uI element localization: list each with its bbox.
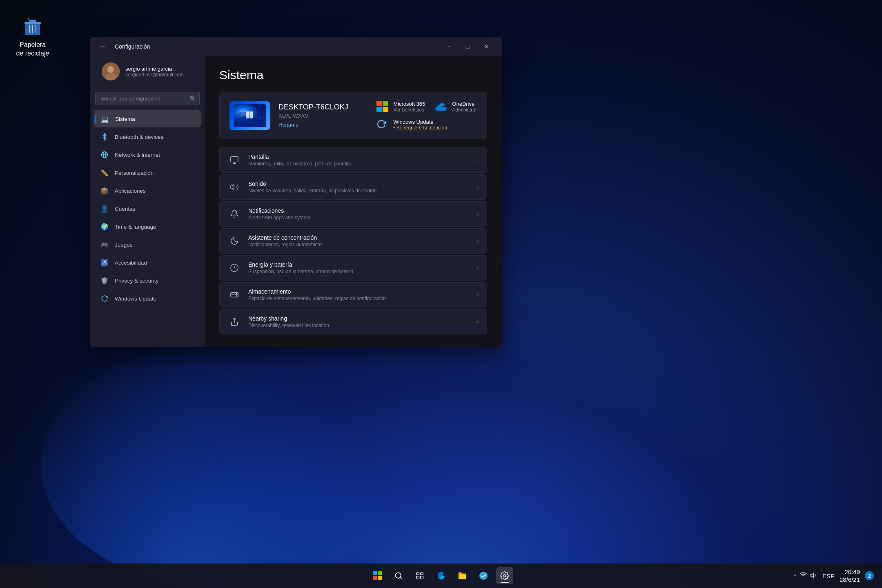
- telegram-button[interactable]: [475, 567, 492, 584]
- edge-button[interactable]: [432, 567, 450, 584]
- computer-name: DESKTOP-T6CLOKJ: [278, 103, 368, 111]
- svg-rect-41: [416, 576, 419, 579]
- notificaciones-chevron: ›: [477, 211, 479, 217]
- pantalla-desc: Monitores, brillo, luz nocturna, perfil …: [248, 161, 469, 167]
- settings-item-almacenamiento[interactable]: Almacenamiento Espacio de almacenamiento…: [219, 282, 487, 307]
- svg-rect-39: [416, 573, 419, 575]
- close-button[interactable]: ✕: [477, 40, 495, 53]
- notification-badge[interactable]: 2: [865, 571, 874, 580]
- svg-rect-34: [378, 571, 382, 575]
- privacy-icon: 🛡️: [100, 276, 109, 285]
- svg-rect-36: [378, 576, 382, 580]
- update-label: Windows Update: [115, 296, 156, 302]
- accesibilidad-icon: ♿: [100, 258, 109, 267]
- nearby-icon: [228, 315, 241, 328]
- svg-rect-43: [459, 575, 466, 579]
- svg-rect-19: [376, 107, 382, 112]
- settings-item-pantalla[interactable]: Pantalla Monitores, brillo, luz nocturna…: [219, 147, 487, 173]
- juegos-icon: 🎮: [100, 240, 109, 249]
- svg-rect-16: [249, 115, 253, 118]
- asistente-icon: [228, 234, 241, 247]
- minimize-button[interactable]: −: [440, 40, 458, 53]
- sonido-text: Sonido Niveles de volumen, salida, entra…: [248, 180, 469, 194]
- sidebar-item-accesibilidad[interactable]: ♿ Accesibilidad: [94, 254, 201, 271]
- computer-id: KLVL-WXX9: [278, 113, 368, 119]
- search-input[interactable]: [95, 92, 200, 105]
- background-swirl2: [41, 343, 408, 588]
- back-button[interactable]: ←: [97, 40, 110, 53]
- sidebar-item-aplicaciones[interactable]: 📦 Aplicaciones: [94, 182, 201, 199]
- computer-info: DESKTOP-T6CLOKJ KLVL-WXX9 Rename: [278, 103, 368, 128]
- personalizacion-label: Personalización: [115, 170, 154, 176]
- maximize-button[interactable]: □: [459, 40, 477, 53]
- taskview-button[interactable]: [411, 567, 428, 584]
- taskbar: ^ ESP 20:49 28/6/21 2: [0, 564, 882, 588]
- settings-item-energia[interactable]: Energía y batería Suspensión, uso de la …: [219, 255, 487, 281]
- window-title: Configuración: [115, 43, 440, 50]
- settings-item-sonido[interactable]: Sonido Niveles de volumen, salida, entra…: [219, 174, 487, 200]
- sonido-chevron: ›: [477, 184, 479, 190]
- sidebar: sergio artime garcia sergioartime@hotmai…: [90, 56, 205, 347]
- windows-update-name: Windows Update: [393, 119, 447, 125]
- pantalla-chevron: ›: [477, 157, 479, 163]
- user-name: sergio artime garcia: [125, 66, 184, 72]
- sidebar-item-bluetooth[interactable]: Bluetooth & devices: [94, 128, 201, 145]
- taskbar-right: ^ ESP 20:49 28/6/21 2: [794, 568, 874, 584]
- onedrive-sub: Administrar: [452, 107, 477, 113]
- windows-update-text: Windows Update • Se requiere tu atención: [393, 119, 447, 131]
- windows-update-service[interactable]: Windows Update • Se requiere tu atención: [376, 118, 447, 131]
- chevron-icon[interactable]: ^: [794, 573, 796, 579]
- user-profile[interactable]: sergio artime garcia sergioartime@hotmai…: [94, 56, 201, 89]
- onedrive-service[interactable]: OneDrive Administrar: [435, 100, 477, 113]
- taskbar-search-button[interactable]: [390, 567, 407, 584]
- settings-item-notificaciones[interactable]: Notificaciones Alerts from apps and syst…: [219, 201, 487, 227]
- sistema-icon: 💻: [100, 114, 109, 123]
- almacenamiento-icon: [228, 288, 241, 301]
- sidebar-item-cuentas[interactable]: 👤 Cuentas: [94, 200, 201, 217]
- network-tray-icon[interactable]: [800, 571, 807, 580]
- settings-button[interactable]: [496, 567, 513, 584]
- sidebar-item-privacy[interactable]: 🛡️ Privacy & security: [94, 272, 201, 289]
- sidebar-item-juegos[interactable]: 🎮 Juegos: [94, 236, 201, 253]
- windows-update-icon: [376, 118, 388, 131]
- recycle-bin-image: [21, 16, 44, 38]
- aplicaciones-label: Aplicaciones: [115, 188, 146, 194]
- start-button[interactable]: [369, 567, 386, 584]
- asistente-desc: Notificaciones, reglas automáticas: [248, 242, 469, 247]
- settings-list: Pantalla Monitores, brillo, luz nocturna…: [219, 147, 487, 334]
- onedrive-name: OneDrive: [452, 101, 477, 107]
- microsoft365-service[interactable]: Microsoft 365 Ver beneficios: [376, 100, 425, 113]
- sidebar-nav: 💻 Sistema Bluetooth & devices: [90, 110, 205, 308]
- svg-rect-35: [373, 576, 377, 580]
- sidebar-item-sistema[interactable]: 💻 Sistema: [94, 110, 201, 127]
- sidebar-item-personalizacion[interactable]: ✏️ Personalización: [94, 164, 201, 181]
- settings-item-nearby[interactable]: Nearby sharing Discoverability, received…: [219, 309, 487, 334]
- computer-image-inner: [234, 104, 266, 127]
- sidebar-item-time[interactable]: 🌍 Time & language: [94, 218, 201, 235]
- asistente-text: Asistente de concentración Notificacione…: [248, 234, 469, 247]
- almacenamiento-chevron: ›: [477, 292, 479, 298]
- privacy-label: Privacy & security: [115, 278, 158, 284]
- nearby-desc: Discoverability, received files location: [248, 323, 469, 328]
- cuentas-icon: 👤: [100, 204, 109, 213]
- bluetooth-label: Bluetooth & devices: [115, 134, 163, 140]
- search-button[interactable]: 🔍: [189, 96, 196, 102]
- settings-item-asistente[interactable]: Asistente de concentración Notificacione…: [219, 228, 487, 254]
- energia-text: Energía y batería Suspensión, uso de la …: [248, 261, 469, 274]
- svg-rect-20: [383, 107, 388, 112]
- services-panel: Microsoft 365 Ver beneficios: [376, 100, 477, 131]
- files-button[interactable]: [454, 567, 471, 584]
- time-label: Time & language: [115, 224, 156, 230]
- sidebar-item-network[interactable]: Network & internet: [94, 146, 201, 163]
- svg-marker-46: [811, 573, 813, 577]
- microsoft365-text: Microsoft 365 Ver beneficios: [393, 101, 425, 113]
- volume-tray-icon[interactable]: [810, 572, 817, 580]
- taskbar-clock[interactable]: 20:49 28/6/21: [840, 568, 860, 584]
- language-indicator[interactable]: ESP: [822, 572, 835, 579]
- rename-link[interactable]: Rename: [278, 122, 298, 128]
- taskbar-center: [369, 567, 513, 584]
- cuentas-label: Cuentas: [115, 206, 135, 212]
- onedrive-text: OneDrive Administrar: [452, 101, 477, 113]
- sidebar-item-update[interactable]: Windows Update: [94, 290, 201, 307]
- recycle-bin-icon[interactable]: Papelera de reciclaje: [12, 12, 53, 61]
